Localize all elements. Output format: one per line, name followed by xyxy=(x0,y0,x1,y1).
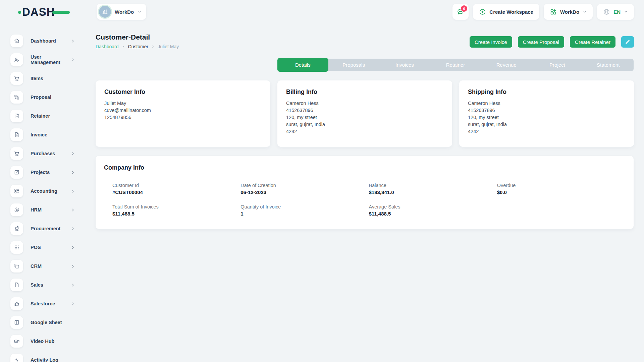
person-target-icon xyxy=(14,207,20,213)
dash-logo[interactable]: DASH xyxy=(22,6,66,18)
chevron-right-icon xyxy=(71,264,75,268)
tab-project[interactable]: Project xyxy=(532,59,583,71)
sidebar-item-pos[interactable]: POS xyxy=(0,238,86,257)
grid-dots-icon xyxy=(14,244,20,250)
customer-email: cuve@mailinator.com xyxy=(104,107,262,114)
logo-dot xyxy=(18,11,21,14)
sidebar-item-projects[interactable]: Projects xyxy=(0,163,86,182)
swap-boxes-icon xyxy=(14,94,20,100)
sidebar-item-crm[interactable]: CRM xyxy=(0,257,86,276)
workspace-avatar xyxy=(99,6,111,18)
card-title: Billing Info xyxy=(286,88,443,96)
sidebar-item-dashboard[interactable]: Dashboard xyxy=(0,32,86,50)
sidebar-item-video-hub[interactable]: Video Hub xyxy=(0,332,86,351)
sidebar-item-retainer[interactable]: Retainer xyxy=(0,107,86,125)
sidebar-item-user-management[interactable]: User Management xyxy=(0,50,86,69)
sidebar-item-label: Activity Log xyxy=(31,357,58,362)
chevron-down-icon xyxy=(624,10,628,14)
sidebar-item-label: Purchases xyxy=(31,151,55,156)
create-retainer-button[interactable]: Create Retainer xyxy=(570,36,615,48)
create-proposal-button[interactable]: Create Proposal xyxy=(518,36,564,48)
shipping-street: 120, my street xyxy=(468,114,625,121)
sidebar-item-label: Salesforce xyxy=(31,301,55,306)
sidebar-item-label: Procurement xyxy=(31,226,60,231)
customer-info-card: Customer Info Juliet May cuve@mailinator… xyxy=(96,80,270,147)
tab-revenue[interactable]: Revenue xyxy=(481,59,532,71)
card-title: Company Info xyxy=(104,164,625,171)
sidebar-item-label: Retainer xyxy=(31,113,50,119)
tab-retainer[interactable]: Retainer xyxy=(430,59,481,71)
billing-phone: 4152637896 xyxy=(286,107,443,114)
sidebar-item-label: POS xyxy=(31,245,41,250)
workspace-selector[interactable]: WorkDo xyxy=(97,4,146,20)
card-title: Customer Info xyxy=(104,88,262,96)
shipping-city: surat, gujrat, India xyxy=(468,121,625,128)
sidebar: Dashboard User Management Items Proposal… xyxy=(0,23,86,362)
sidebar-item-label: Invoice xyxy=(31,132,47,137)
field-date-of-creation: Date of Creation 06-12-2023 xyxy=(240,183,369,195)
sidebar-item-label: Google Sheet xyxy=(31,320,62,325)
breadcrumb: Dashboard Customer Juliet May xyxy=(96,44,179,49)
home-icon xyxy=(14,38,20,44)
customer-phone: 1254879856 xyxy=(104,114,262,121)
tab-statement[interactable]: Statement xyxy=(583,59,634,71)
breadcrumb-dashboard-link[interactable]: Dashboard xyxy=(96,44,119,49)
edit-customer-button[interactable] xyxy=(621,36,634,48)
app-dropdown[interactable]: WorkDo xyxy=(544,4,593,20)
sidebar-item-salesforce[interactable]: Salesforce xyxy=(0,294,86,313)
sidebar-item-invoice[interactable]: Invoice xyxy=(0,125,86,144)
tab-proposals[interactable]: Proposals xyxy=(328,59,379,71)
create-invoice-button[interactable]: Create Invoice xyxy=(470,36,512,48)
card-title: Shipping Info xyxy=(468,88,625,96)
check-square-icon xyxy=(14,169,20,175)
company-info-card: Company Info Customer Id #CUST00004 Date… xyxy=(96,156,634,229)
sidebar-item-label: Sales xyxy=(31,282,43,288)
messages-button[interactable]: 0 xyxy=(452,4,469,20)
sidebar-item-purchases[interactable]: Purchases xyxy=(0,144,86,163)
field-total-sum-of-invoices: Total Sum of Invoices $11,488.5 xyxy=(112,204,240,217)
sidebar-item-proposal[interactable]: Proposal xyxy=(0,88,86,107)
shipping-phone: 4152637896 xyxy=(468,107,625,114)
users-icon xyxy=(14,57,20,63)
chevron-down-icon xyxy=(138,10,142,14)
workspace-selector-label: WorkDo xyxy=(115,9,134,15)
thumbs-up-icon xyxy=(14,301,20,307)
field-average-sales: Average Sales $11,488.5 xyxy=(369,204,497,217)
sidebar-item-accounting[interactable]: Accounting xyxy=(0,182,86,200)
document-icon xyxy=(14,282,20,288)
breadcrumb-customer-link[interactable]: Customer xyxy=(128,44,149,49)
chevron-right-icon xyxy=(71,208,75,212)
video-camera-icon xyxy=(14,338,20,344)
billing-zip: 4242 xyxy=(286,128,443,135)
messages-badge: 0 xyxy=(461,5,467,12)
page-title: Customer-Detail xyxy=(96,33,150,41)
shipping-zip: 4242 xyxy=(468,128,625,135)
create-workspace-button[interactable]: Create Workspace xyxy=(473,4,539,20)
billing-city: surat, gujrat, India xyxy=(286,121,443,128)
grid-plus-icon xyxy=(14,188,20,194)
breadcrumb-current: Juliet May xyxy=(158,44,179,49)
chevron-right-icon xyxy=(71,170,75,175)
sidebar-item-sales[interactable]: Sales xyxy=(0,276,86,294)
sidebar-item-procurement[interactable]: Procurement xyxy=(0,219,86,238)
sidebar-item-items[interactable]: Items xyxy=(0,69,86,88)
tab-details[interactable]: Details xyxy=(277,58,328,72)
sidebar-item-label: HRM xyxy=(31,207,42,213)
activity-icon xyxy=(14,357,20,362)
document-icon xyxy=(14,132,20,138)
language-dropdown[interactable]: EN xyxy=(597,4,634,20)
sidebar-item-label: Items xyxy=(31,76,43,81)
sidebar-item-google-sheet[interactable]: Google Sheet xyxy=(0,313,86,332)
chevron-right-icon xyxy=(122,45,125,48)
sidebar-item-hrm[interactable]: HRM xyxy=(0,200,86,219)
cart-arrow-icon xyxy=(14,226,20,232)
chevron-right-icon xyxy=(71,227,75,231)
sidebar-item-label: User Management xyxy=(31,54,71,65)
sidebar-item-activity-log[interactable]: Activity Log xyxy=(0,351,86,362)
table-icon xyxy=(14,319,20,325)
tab-invoices[interactable]: Invoices xyxy=(379,59,430,71)
sidebar-item-label: Projects xyxy=(31,170,50,175)
billing-name: Cameron Hess xyxy=(286,100,443,107)
language-code: EN xyxy=(613,9,621,15)
layers-icon xyxy=(14,263,20,269)
